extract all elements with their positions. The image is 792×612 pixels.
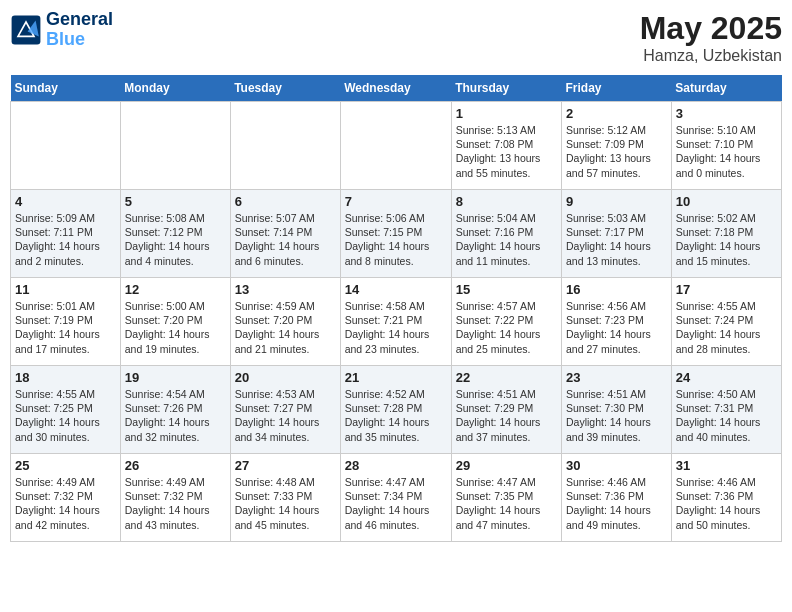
day-number: 7 — [345, 194, 447, 209]
day-number: 13 — [235, 282, 336, 297]
calendar-cell: 9Sunrise: 5:03 AMSunset: 7:17 PMDaylight… — [562, 190, 672, 278]
day-number: 8 — [456, 194, 557, 209]
cell-content: Sunrise: 4:52 AMSunset: 7:28 PMDaylight:… — [345, 387, 447, 444]
cell-content: Sunrise: 4:59 AMSunset: 7:20 PMDaylight:… — [235, 299, 336, 356]
cell-content: Sunrise: 4:55 AMSunset: 7:24 PMDaylight:… — [676, 299, 777, 356]
calendar-cell: 17Sunrise: 4:55 AMSunset: 7:24 PMDayligh… — [671, 278, 781, 366]
cell-content: Sunrise: 4:47 AMSunset: 7:34 PMDaylight:… — [345, 475, 447, 532]
calendar-table: SundayMondayTuesdayWednesdayThursdayFrid… — [10, 75, 782, 542]
cell-content: Sunrise: 5:08 AMSunset: 7:12 PMDaylight:… — [125, 211, 226, 268]
calendar-cell: 3Sunrise: 5:10 AMSunset: 7:10 PMDaylight… — [671, 102, 781, 190]
day-header-thursday: Thursday — [451, 75, 561, 102]
calendar-cell: 16Sunrise: 4:56 AMSunset: 7:23 PMDayligh… — [562, 278, 672, 366]
week-row-2: 4Sunrise: 5:09 AMSunset: 7:11 PMDaylight… — [11, 190, 782, 278]
cell-content: Sunrise: 4:56 AMSunset: 7:23 PMDaylight:… — [566, 299, 667, 356]
cell-content: Sunrise: 5:10 AMSunset: 7:10 PMDaylight:… — [676, 123, 777, 180]
cell-content: Sunrise: 4:53 AMSunset: 7:27 PMDaylight:… — [235, 387, 336, 444]
week-row-1: 1Sunrise: 5:13 AMSunset: 7:08 PMDaylight… — [11, 102, 782, 190]
cell-content: Sunrise: 4:58 AMSunset: 7:21 PMDaylight:… — [345, 299, 447, 356]
calendar-cell: 23Sunrise: 4:51 AMSunset: 7:30 PMDayligh… — [562, 366, 672, 454]
cell-content: Sunrise: 4:49 AMSunset: 7:32 PMDaylight:… — [125, 475, 226, 532]
day-number: 2 — [566, 106, 667, 121]
day-number: 28 — [345, 458, 447, 473]
day-header-sunday: Sunday — [11, 75, 121, 102]
cell-content: Sunrise: 4:48 AMSunset: 7:33 PMDaylight:… — [235, 475, 336, 532]
cell-content: Sunrise: 4:57 AMSunset: 7:22 PMDaylight:… — [456, 299, 557, 356]
calendar-cell: 5Sunrise: 5:08 AMSunset: 7:12 PMDaylight… — [120, 190, 230, 278]
days-header-row: SundayMondayTuesdayWednesdayThursdayFrid… — [11, 75, 782, 102]
day-number: 15 — [456, 282, 557, 297]
logo-text: GeneralBlue — [46, 10, 113, 50]
day-number: 9 — [566, 194, 667, 209]
week-row-4: 18Sunrise: 4:55 AMSunset: 7:25 PMDayligh… — [11, 366, 782, 454]
day-header-monday: Monday — [120, 75, 230, 102]
calendar-cell: 19Sunrise: 4:54 AMSunset: 7:26 PMDayligh… — [120, 366, 230, 454]
cell-content: Sunrise: 4:47 AMSunset: 7:35 PMDaylight:… — [456, 475, 557, 532]
day-number: 26 — [125, 458, 226, 473]
calendar-cell: 26Sunrise: 4:49 AMSunset: 7:32 PMDayligh… — [120, 454, 230, 542]
day-number: 16 — [566, 282, 667, 297]
calendar-cell: 28Sunrise: 4:47 AMSunset: 7:34 PMDayligh… — [340, 454, 451, 542]
cell-content: Sunrise: 4:50 AMSunset: 7:31 PMDaylight:… — [676, 387, 777, 444]
cell-content: Sunrise: 5:02 AMSunset: 7:18 PMDaylight:… — [676, 211, 777, 268]
calendar-cell: 24Sunrise: 4:50 AMSunset: 7:31 PMDayligh… — [671, 366, 781, 454]
calendar-cell — [120, 102, 230, 190]
day-number: 24 — [676, 370, 777, 385]
day-number: 6 — [235, 194, 336, 209]
day-number: 5 — [125, 194, 226, 209]
cell-content: Sunrise: 4:46 AMSunset: 7:36 PMDaylight:… — [566, 475, 667, 532]
day-number: 3 — [676, 106, 777, 121]
calendar-cell: 6Sunrise: 5:07 AMSunset: 7:14 PMDaylight… — [230, 190, 340, 278]
cell-content: Sunrise: 5:01 AMSunset: 7:19 PMDaylight:… — [15, 299, 116, 356]
day-number: 21 — [345, 370, 447, 385]
day-number: 27 — [235, 458, 336, 473]
day-header-tuesday: Tuesday — [230, 75, 340, 102]
day-number: 29 — [456, 458, 557, 473]
calendar-cell: 25Sunrise: 4:49 AMSunset: 7:32 PMDayligh… — [11, 454, 121, 542]
calendar-cell: 2Sunrise: 5:12 AMSunset: 7:09 PMDaylight… — [562, 102, 672, 190]
week-row-3: 11Sunrise: 5:01 AMSunset: 7:19 PMDayligh… — [11, 278, 782, 366]
day-number: 10 — [676, 194, 777, 209]
calendar-cell: 29Sunrise: 4:47 AMSunset: 7:35 PMDayligh… — [451, 454, 561, 542]
day-header-wednesday: Wednesday — [340, 75, 451, 102]
calendar-cell: 7Sunrise: 5:06 AMSunset: 7:15 PMDaylight… — [340, 190, 451, 278]
day-number: 20 — [235, 370, 336, 385]
day-header-friday: Friday — [562, 75, 672, 102]
page-header: GeneralBlue May 2025 Hamza, Uzbekistan — [10, 10, 782, 65]
cell-content: Sunrise: 5:00 AMSunset: 7:20 PMDaylight:… — [125, 299, 226, 356]
logo: GeneralBlue — [10, 10, 113, 50]
calendar-cell — [230, 102, 340, 190]
calendar-cell: 18Sunrise: 4:55 AMSunset: 7:25 PMDayligh… — [11, 366, 121, 454]
day-header-saturday: Saturday — [671, 75, 781, 102]
cell-content: Sunrise: 4:54 AMSunset: 7:26 PMDaylight:… — [125, 387, 226, 444]
day-number: 14 — [345, 282, 447, 297]
title-block: May 2025 Hamza, Uzbekistan — [640, 10, 782, 65]
cell-content: Sunrise: 4:46 AMSunset: 7:36 PMDaylight:… — [676, 475, 777, 532]
day-number: 25 — [15, 458, 116, 473]
cell-content: Sunrise: 4:55 AMSunset: 7:25 PMDaylight:… — [15, 387, 116, 444]
day-number: 12 — [125, 282, 226, 297]
calendar-cell: 20Sunrise: 4:53 AMSunset: 7:27 PMDayligh… — [230, 366, 340, 454]
calendar-cell: 31Sunrise: 4:46 AMSunset: 7:36 PMDayligh… — [671, 454, 781, 542]
cell-content: Sunrise: 5:07 AMSunset: 7:14 PMDaylight:… — [235, 211, 336, 268]
day-number: 22 — [456, 370, 557, 385]
logo-icon — [10, 14, 42, 46]
calendar-cell: 14Sunrise: 4:58 AMSunset: 7:21 PMDayligh… — [340, 278, 451, 366]
day-number: 18 — [15, 370, 116, 385]
calendar-cell: 4Sunrise: 5:09 AMSunset: 7:11 PMDaylight… — [11, 190, 121, 278]
day-number: 30 — [566, 458, 667, 473]
day-number: 1 — [456, 106, 557, 121]
cell-content: Sunrise: 5:13 AMSunset: 7:08 PMDaylight:… — [456, 123, 557, 180]
calendar-cell: 15Sunrise: 4:57 AMSunset: 7:22 PMDayligh… — [451, 278, 561, 366]
cell-content: Sunrise: 4:51 AMSunset: 7:30 PMDaylight:… — [566, 387, 667, 444]
day-number: 23 — [566, 370, 667, 385]
calendar-cell: 13Sunrise: 4:59 AMSunset: 7:20 PMDayligh… — [230, 278, 340, 366]
day-number: 4 — [15, 194, 116, 209]
calendar-cell — [11, 102, 121, 190]
cell-content: Sunrise: 4:51 AMSunset: 7:29 PMDaylight:… — [456, 387, 557, 444]
day-number: 31 — [676, 458, 777, 473]
cell-content: Sunrise: 5:12 AMSunset: 7:09 PMDaylight:… — [566, 123, 667, 180]
cell-content: Sunrise: 4:49 AMSunset: 7:32 PMDaylight:… — [15, 475, 116, 532]
calendar-cell: 8Sunrise: 5:04 AMSunset: 7:16 PMDaylight… — [451, 190, 561, 278]
week-row-5: 25Sunrise: 4:49 AMSunset: 7:32 PMDayligh… — [11, 454, 782, 542]
